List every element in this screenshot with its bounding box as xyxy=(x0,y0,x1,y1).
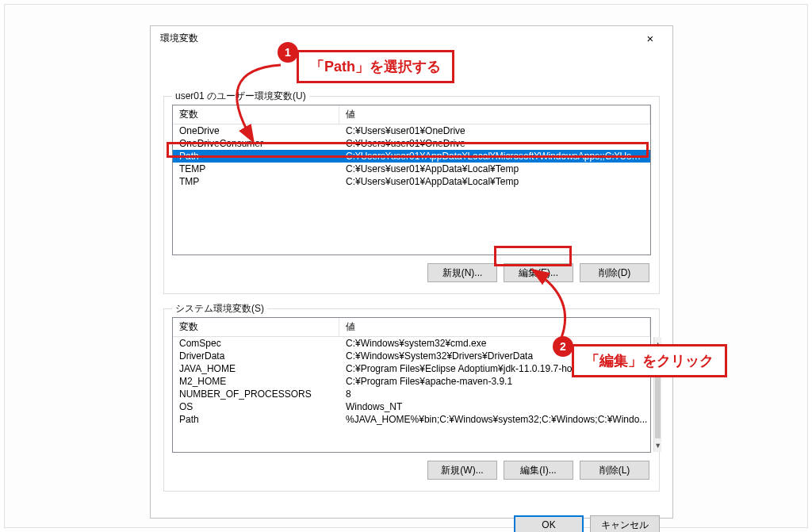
var-name-cell: ComSpec xyxy=(173,337,339,350)
user-edit-button[interactable]: 編集(E)... xyxy=(504,263,573,282)
system-list-body[interactable]: ComSpecC:¥Windows¥system32¥cmd.exeDriver… xyxy=(173,337,653,452)
user-delete-button[interactable]: 削除(D) xyxy=(580,263,649,282)
var-name-cell: OS xyxy=(173,400,339,413)
user-env-group: user01 のユーザー環境変数(U) 変数 値 OneDriveC:¥User… xyxy=(163,96,660,294)
var-value-cell: C:¥Users¥user01¥OneDrive xyxy=(339,124,650,137)
user-button-row: 新規(N)... 編集(E)... 削除(D) xyxy=(172,255,651,285)
var-name-cell: DriverData xyxy=(173,350,339,362)
table-row[interactable]: OneDriveConsumerC:¥Users¥user01¥OneDrive xyxy=(173,137,650,150)
user-vars-list[interactable]: 変数 値 OneDriveC:¥Users¥user01¥OneDriveOne… xyxy=(172,105,651,255)
col-value-header[interactable]: 値 xyxy=(339,105,650,124)
var-name-cell: TEMP xyxy=(173,163,339,175)
var-name-cell: M2_HOME xyxy=(173,375,339,388)
var-name-cell: OneDrive xyxy=(173,124,339,137)
var-value-cell: C:¥Windows¥System32¥Drivers¥DriverData xyxy=(339,350,653,362)
col-variable-header[interactable]: 変数 xyxy=(173,318,339,336)
table-row[interactable]: Path%JAVA_HOME%¥bin;C:¥Windows¥system32;… xyxy=(173,413,653,426)
table-row[interactable]: NUMBER_OF_PROCESSORS8 xyxy=(173,388,653,400)
system-new-button[interactable]: 新規(W)... xyxy=(427,461,497,480)
var-value-cell: C:¥Program Files¥apache-maven-3.9.1 xyxy=(339,375,653,388)
titlebar: 環境変数 × xyxy=(151,26,672,50)
table-row[interactable]: TEMPC:¥Users¥user01¥AppData¥Local¥Temp xyxy=(173,163,650,175)
user-list-body[interactable]: OneDriveC:¥Users¥user01¥OneDriveOneDrive… xyxy=(173,124,650,255)
table-row[interactable]: M2_HOMEC:¥Program Files¥apache-maven-3.9… xyxy=(173,375,653,388)
var-name-cell: Path xyxy=(173,150,339,163)
table-row[interactable]: ComSpecC:¥Windows¥system32¥cmd.exe xyxy=(173,337,653,350)
list-header: 変数 値 xyxy=(173,105,650,124)
user-new-button[interactable]: 新規(N)... xyxy=(427,263,497,282)
var-value-cell: C:¥Windows¥system32¥cmd.exe xyxy=(339,337,653,350)
outer-frame: 環境変数 × user01 のユーザー環境変数(U) 変数 値 OneDrive… xyxy=(4,4,808,528)
env-vars-dialog: 環境変数 × user01 のユーザー環境変数(U) 変数 値 OneDrive… xyxy=(150,25,673,519)
table-row[interactable]: JAVA_HOMEC:¥Program Files¥Eclipse Adopti… xyxy=(173,362,653,375)
scrollbar[interactable]: ▲ ▼ xyxy=(653,337,661,452)
var-value-cell: Windows_NT xyxy=(339,400,653,413)
cancel-button[interactable]: キャンセル xyxy=(590,515,660,532)
system-vars-list[interactable]: 変数 値 ComSpecC:¥Windows¥system32¥cmd.exeD… xyxy=(172,317,651,453)
table-row[interactable]: DriverDataC:¥Windows¥System32¥Drivers¥Dr… xyxy=(173,350,653,362)
dialog-content: user01 のユーザー環境変数(U) 変数 値 OneDriveC:¥User… xyxy=(151,50,672,504)
col-variable-header[interactable]: 変数 xyxy=(173,105,339,124)
var-value-cell: %JAVA_HOME%¥bin;C:¥Windows¥system32;C:¥W… xyxy=(339,413,653,426)
system-env-group: システム環境変数(S) 変数 値 ComSpecC:¥Windows¥syste… xyxy=(163,308,660,492)
user-group-label: user01 のユーザー環境変数(U) xyxy=(172,90,309,103)
ok-button[interactable]: OK xyxy=(514,515,584,532)
close-button[interactable]: × xyxy=(634,27,666,49)
var-name-cell: Path xyxy=(173,413,339,426)
table-row[interactable]: OSWindows_NT xyxy=(173,400,653,413)
table-row[interactable]: PathC:¥Users¥user01¥AppData¥Local¥Micros… xyxy=(173,150,650,163)
var-name-cell: NUMBER_OF_PROCESSORS xyxy=(173,388,339,400)
var-name-cell: TMP xyxy=(173,175,339,188)
close-icon: × xyxy=(647,32,654,45)
var-name-cell: OneDriveConsumer xyxy=(173,137,339,150)
var-value-cell: C:¥Users¥user01¥AppData¥Local¥Microsoft¥… xyxy=(339,150,650,163)
system-button-row: 新規(W)... 編集(I)... 削除(L) xyxy=(172,453,651,483)
dialog-footer: OK キャンセル xyxy=(151,504,672,532)
scroll-down-icon[interactable]: ▼ xyxy=(654,438,661,452)
var-value-cell: C:¥Users¥user01¥OneDrive xyxy=(339,137,650,150)
var-name-cell: JAVA_HOME xyxy=(173,362,339,375)
table-row[interactable]: TMPC:¥Users¥user01¥AppData¥Local¥Temp xyxy=(173,175,650,188)
scroll-up-icon[interactable]: ▲ xyxy=(654,337,661,350)
var-value-cell: C:¥Users¥user01¥AppData¥Local¥Temp xyxy=(339,163,650,175)
var-value-cell: C:¥Users¥user01¥AppData¥Local¥Temp xyxy=(339,175,650,188)
system-group-label: システム環境変数(S) xyxy=(172,302,267,316)
var-value-cell: 8 xyxy=(339,388,653,400)
col-value-header[interactable]: 値 xyxy=(339,318,650,336)
system-edit-button[interactable]: 編集(I)... xyxy=(504,461,573,480)
system-delete-button[interactable]: 削除(L) xyxy=(580,461,649,480)
table-row[interactable]: OneDriveC:¥Users¥user01¥OneDrive xyxy=(173,124,650,137)
var-value-cell: C:¥Program Files¥Eclipse Adoptium¥jdk-11… xyxy=(339,362,653,375)
dialog-title: 環境変数 xyxy=(160,32,634,45)
list-header: 変数 値 xyxy=(173,318,650,337)
scroll-thumb[interactable] xyxy=(655,350,661,438)
